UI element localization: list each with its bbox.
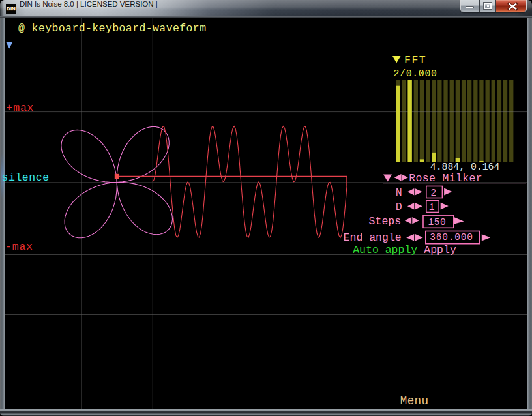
svg-text:+max: +max — [7, 102, 35, 114]
svg-text:@ keyboard-keyboard-waveform: @ keyboard-keyboard-waveform — [18, 22, 206, 35]
svg-text:Apply: Apply — [424, 244, 456, 256]
svg-text:Rose Milker: Rose Milker — [409, 172, 482, 185]
svg-text:2: 2 — [431, 188, 437, 198]
svg-text:Menu: Menu — [400, 394, 429, 408]
svg-text:silence: silence — [2, 171, 50, 184]
svg-text:Steps: Steps — [369, 215, 402, 228]
svg-text:360.000: 360.000 — [430, 232, 473, 243]
svg-text:2/0.000: 2/0.000 — [394, 68, 437, 79]
svg-text:4.884, 0.164: 4.884, 0.164 — [430, 162, 500, 172]
svg-text:D: D — [396, 201, 402, 213]
svg-text:N: N — [396, 186, 402, 199]
svg-text:-max: -max — [5, 241, 33, 253]
svg-text:End angle: End angle — [344, 231, 402, 244]
svg-text:FFT: FFT — [404, 54, 426, 67]
svg-text:150: 150 — [428, 217, 447, 228]
svg-text:Auto apply: Auto apply — [353, 244, 417, 256]
svg-text:1: 1 — [429, 202, 435, 213]
